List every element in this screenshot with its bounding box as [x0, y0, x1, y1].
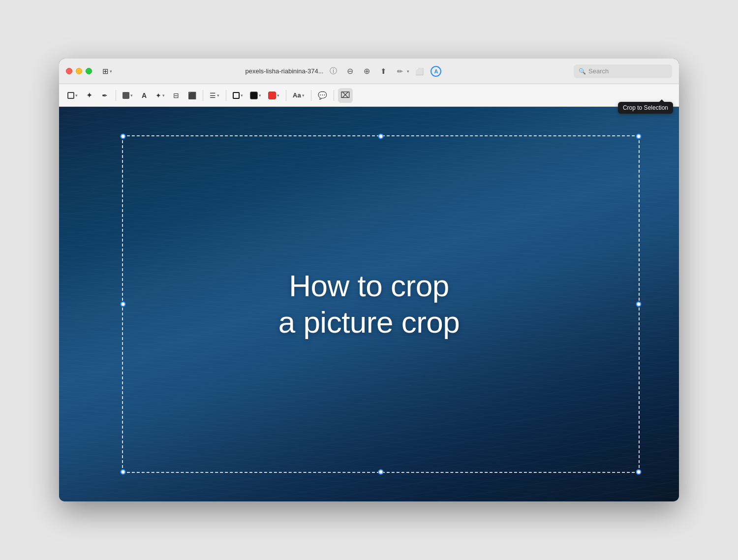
minimize-button[interactable] [76, 68, 82, 74]
stroke-color-swatch [268, 92, 276, 99]
selection-tool-button[interactable]: ▾ [65, 88, 80, 103]
fill-color-button[interactable]: ▾ [247, 88, 264, 103]
image-icon: ⬛ [188, 92, 196, 99]
pencil-icon: ✏ [397, 67, 403, 75]
chevron-down-icon: ▾ [110, 69, 112, 74]
selection-icon [67, 92, 74, 99]
align-chevron-icon: ▾ [217, 93, 219, 98]
text-tool-button[interactable]: A [137, 88, 151, 103]
stamp-tool-button[interactable]: ✦ ▾ [153, 88, 167, 103]
selection-box[interactable] [122, 135, 640, 473]
handle-top-right[interactable] [636, 134, 642, 139]
handle-middle-left[interactable] [121, 302, 126, 307]
main-window: ⊞ ▾ pexels-lisha-riabinina-374... ⓘ ⊖ ⊕ … [59, 59, 679, 501]
image-tool-button[interactable]: ⬛ [185, 88, 199, 103]
font-icon: Aa [293, 92, 301, 99]
info-button[interactable]: ⓘ [326, 64, 340, 78]
crop-to-selection-tooltip: Crop to Selection [618, 102, 673, 114]
title-area: pexels-lisha-riabinina-374... ⓘ ⊖ ⊕ ⬆ ✏ … [120, 64, 569, 78]
comment-icon: 💬 [318, 91, 327, 100]
handle-top-center[interactable] [378, 134, 384, 139]
adjust-icon: ⊟ [173, 92, 179, 99]
info-icon: ⓘ [330, 66, 337, 76]
zoom-in-icon: ⊕ [364, 66, 370, 76]
titlebar: ⊞ ▾ pexels-lisha-riabinina-374... ⓘ ⊖ ⊕ … [59, 59, 679, 84]
document-title: pexels-lisha-riabinina-374... [246, 67, 324, 75]
fill-chevron-icon: ▾ [259, 93, 261, 98]
divider-2 [203, 90, 203, 101]
divider-6 [334, 90, 334, 101]
font-chevron-icon: ▾ [302, 93, 305, 98]
window-button[interactable]: ⬜ [412, 64, 426, 78]
crop-button[interactable]: ⌧ [338, 88, 353, 103]
handle-top-left[interactable] [121, 134, 126, 139]
canvas-area[interactable]: How to crop a picture crop [59, 107, 679, 501]
magic-wand-icon: ✦ [86, 91, 92, 100]
align-button[interactable]: ☰ ▾ [207, 88, 222, 103]
pen-icon: ✒ [102, 92, 108, 99]
zoom-out-button[interactable]: ⊖ [343, 64, 357, 78]
markup-chevron-icon: ▾ [407, 69, 409, 74]
shape-icon [123, 92, 129, 99]
divider-5 [311, 90, 311, 101]
magic-wand-button[interactable]: ✦ [82, 88, 96, 103]
zoom-in-button[interactable]: ⊕ [360, 64, 373, 78]
handle-bottom-left[interactable] [121, 469, 126, 475]
search-icon: 🔍 [579, 68, 586, 75]
adjust-tool-button[interactable]: ⊟ [169, 88, 183, 103]
pen-tool-button[interactable]: ✒ [98, 88, 112, 103]
align-icon: ☰ [210, 92, 216, 99]
stroke-chevron-icon: ▾ [277, 93, 279, 98]
fullscreen-button[interactable] [86, 68, 92, 74]
handle-middle-right[interactable] [636, 302, 642, 307]
border-style-icon [233, 92, 240, 99]
toolbar: ▾ ✦ ✒ ▾ A ✦ ▾ ⊟ ⬛ [59, 84, 679, 107]
sidebar-toggle-button[interactable]: ⊞ ▾ [100, 64, 115, 79]
share-button[interactable]: ⬆ [376, 64, 390, 78]
stamp-icon: ✦ [155, 92, 161, 99]
markup-button[interactable]: ✏ [393, 64, 407, 78]
tooltip-text: Crop to Selection [623, 104, 668, 111]
font-button[interactable]: Aa ▾ [290, 88, 307, 103]
accessibility-button[interactable]: A [429, 64, 443, 78]
crop-icon: ⌧ [340, 90, 350, 100]
zoom-out-icon: ⊖ [347, 66, 353, 76]
stroke-color-button[interactable]: ▾ [266, 88, 282, 103]
shape-chevron-icon: ▾ [130, 93, 133, 98]
divider-4 [286, 90, 286, 101]
accessibility-icon: A [430, 66, 441, 77]
divider-3 [226, 90, 226, 101]
search-placeholder: Search [588, 67, 609, 75]
sidebar-icon: ⊞ [102, 67, 109, 76]
traffic-lights [66, 68, 92, 74]
stamp-chevron-icon: ▾ [162, 93, 165, 98]
selection-chevron-icon: ▾ [75, 93, 78, 98]
window-icon: ⬜ [415, 67, 424, 75]
text-icon: A [142, 92, 147, 99]
handle-bottom-center[interactable] [378, 469, 384, 475]
close-button[interactable] [66, 68, 72, 74]
handle-bottom-right[interactable] [636, 469, 642, 475]
comment-button[interactable]: 💬 [315, 88, 330, 103]
divider-1 [116, 90, 116, 101]
border-style-button[interactable]: ▾ [230, 88, 246, 103]
border-chevron-icon: ▾ [241, 93, 243, 98]
fill-color-swatch [250, 92, 258, 99]
shape-tool-button[interactable]: ▾ [120, 88, 135, 103]
share-icon: ⬆ [380, 67, 387, 76]
search-bar[interactable]: 🔍 Search [574, 64, 672, 78]
canvas-background: How to crop a picture crop [59, 107, 679, 501]
